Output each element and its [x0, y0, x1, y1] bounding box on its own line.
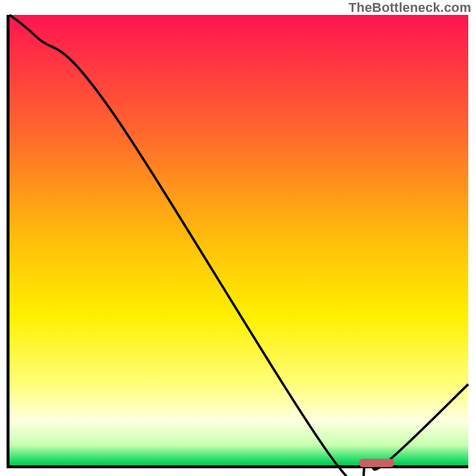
plot-frame [7, 15, 468, 468]
watermark-text: TheBottleneck.com [349, 0, 471, 15]
chart-stage: TheBottleneck.com [0, 0, 476, 476]
bottleneck-curve [10, 15, 468, 465]
optimal-point-marker [359, 459, 394, 467]
